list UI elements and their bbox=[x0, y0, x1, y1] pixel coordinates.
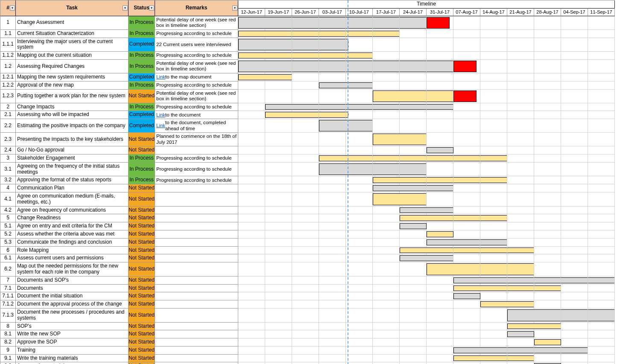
row-status[interactable]: Not Started bbox=[129, 338, 155, 347]
row-status[interactable]: Not Started bbox=[129, 214, 155, 222]
header-task-filter-icon[interactable]: ▾ bbox=[123, 6, 128, 11]
row-num: 1.2.2 bbox=[0, 82, 16, 90]
row-status[interactable]: In Process bbox=[129, 52, 155, 60]
timeline-cell bbox=[561, 362, 588, 364]
timeline-cell bbox=[319, 285, 346, 293]
timeline-cell bbox=[588, 362, 615, 364]
timeline-cell bbox=[534, 154, 561, 163]
row-status[interactable]: In Process bbox=[129, 176, 155, 184]
row-task: Presenting the impacts to the key stakeh… bbox=[16, 133, 129, 146]
timeline-cell bbox=[561, 262, 588, 277]
timeline-cell bbox=[561, 330, 588, 338]
timeline-cell bbox=[427, 154, 453, 163]
timeline-cell bbox=[346, 292, 373, 300]
timeline-cell bbox=[561, 192, 588, 207]
timeline-cell bbox=[373, 247, 400, 255]
row-status[interactable]: Not Started bbox=[129, 247, 155, 255]
row-status[interactable]: Not Started bbox=[129, 90, 155, 103]
row-remarks bbox=[155, 184, 238, 192]
row-status[interactable]: In Process bbox=[129, 154, 155, 163]
row-status[interactable]: Not Started bbox=[129, 323, 155, 331]
timeline-cell bbox=[453, 184, 480, 192]
row-remarks bbox=[155, 254, 238, 262]
timeline-cell bbox=[453, 285, 480, 293]
timeline-cell bbox=[319, 214, 346, 222]
row-status[interactable]: Not Started bbox=[129, 277, 155, 285]
row-status[interactable]: Completed bbox=[129, 111, 155, 119]
header-num[interactable]: #▾ bbox=[0, 0, 16, 16]
row-status[interactable]: Not Started bbox=[129, 207, 155, 215]
row-status[interactable]: Not Started bbox=[129, 347, 155, 355]
timeline-cell bbox=[453, 330, 480, 338]
gantt-bar bbox=[507, 331, 534, 337]
timeline-cell bbox=[427, 338, 453, 347]
row-status[interactable]: Completed bbox=[129, 38, 155, 52]
row-status[interactable]: Not Started bbox=[129, 330, 155, 338]
row-status[interactable]: Not Started bbox=[129, 292, 155, 300]
row-status[interactable]: Not Started bbox=[129, 146, 155, 154]
timeline-cell bbox=[292, 146, 319, 154]
header-remarks[interactable]: Remarks▾ bbox=[155, 0, 238, 16]
row-status[interactable]: In Process bbox=[129, 82, 155, 90]
timeline-cell bbox=[319, 330, 346, 338]
timeline-cell bbox=[238, 163, 265, 177]
timeline-cell bbox=[265, 285, 292, 293]
row-status[interactable]: Not Started bbox=[129, 262, 155, 277]
row-status[interactable]: Completed bbox=[129, 73, 155, 82]
row-task: Write the new SOP bbox=[16, 330, 129, 338]
timeline-cell bbox=[238, 285, 265, 293]
row-status[interactable]: Not Started bbox=[129, 192, 155, 207]
timeline-cell bbox=[319, 73, 346, 82]
timeline-cell bbox=[427, 38, 453, 52]
timeline-cell bbox=[292, 38, 319, 52]
row-status[interactable]: Not Started bbox=[129, 184, 155, 192]
timeline-cell bbox=[427, 176, 453, 184]
row-status[interactable]: Not Started bbox=[129, 309, 155, 323]
timeline-cell bbox=[453, 309, 480, 323]
timeline-cell bbox=[480, 119, 507, 133]
row-status[interactable]: Not Started bbox=[129, 239, 155, 247]
row-remarks bbox=[155, 207, 238, 215]
date-header-12: 04-Sep-17 bbox=[561, 9, 588, 16]
timeline-cell bbox=[238, 176, 265, 184]
row-status[interactable]: Completed bbox=[129, 119, 155, 133]
row-status[interactable]: In Process bbox=[129, 103, 155, 111]
timeline-cell bbox=[292, 262, 319, 277]
row-status[interactable]: Not Started bbox=[129, 254, 155, 262]
row-status[interactable]: Not Started bbox=[129, 362, 155, 364]
timeline-cell bbox=[292, 154, 319, 163]
row-status[interactable]: Not Started bbox=[129, 133, 155, 146]
row-status[interactable]: In Process bbox=[129, 163, 155, 177]
row-status[interactable]: Not Started bbox=[129, 230, 155, 239]
date-header-6: 24-Jul-17 bbox=[400, 9, 427, 16]
header-status[interactable]: Status▾ bbox=[129, 0, 155, 16]
timeline-cell bbox=[480, 230, 507, 239]
row-status[interactable]: Not Started bbox=[129, 355, 155, 363]
row-remarks: Progressing according to schedule bbox=[155, 154, 238, 163]
timeline-cell bbox=[588, 239, 615, 247]
timeline-cell bbox=[480, 90, 507, 103]
header-remarks-filter-icon[interactable]: ▾ bbox=[232, 6, 237, 11]
row-status[interactable]: Not Started bbox=[129, 300, 155, 309]
date-header-5: 17-Jul-17 bbox=[373, 9, 400, 16]
timeline-cell bbox=[346, 103, 373, 111]
timeline-cell bbox=[534, 338, 561, 347]
timeline-cell bbox=[373, 103, 400, 111]
timeline-cell bbox=[561, 323, 588, 331]
header-num-filter-icon[interactable]: ▾ bbox=[10, 6, 15, 11]
header-task[interactable]: Task▾ bbox=[16, 0, 129, 16]
timeline-cell bbox=[480, 330, 507, 338]
timeline-cell bbox=[453, 82, 480, 90]
row-status[interactable]: In Process bbox=[129, 30, 155, 38]
header-status-filter-icon[interactable]: ▾ bbox=[149, 6, 154, 11]
row-status[interactable]: In Process bbox=[129, 60, 155, 73]
row-status[interactable]: Not Started bbox=[129, 285, 155, 293]
timeline-cell bbox=[346, 330, 373, 338]
timeline-cell bbox=[561, 338, 588, 347]
timeline-cell bbox=[400, 163, 427, 177]
row-status[interactable]: Not Started bbox=[129, 222, 155, 230]
timeline-cell bbox=[265, 52, 292, 60]
row-status[interactable]: In Process bbox=[129, 16, 155, 30]
timeline-cell bbox=[319, 154, 346, 163]
timeline-cell bbox=[507, 262, 534, 277]
